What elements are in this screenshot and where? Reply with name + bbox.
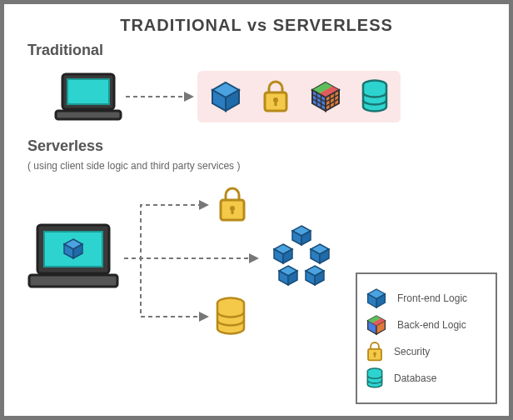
legend-label: Front-end Logic: [397, 292, 467, 304]
traditional-label: Traditional: [27, 42, 509, 59]
legend-security: Security: [366, 341, 487, 362]
legend-frontend: Front-end Logic: [366, 288, 487, 309]
diagram-frame: TRADITIONAL vs SERVERLESS Traditional: [0, 0, 513, 420]
laptop-icon: [54, 71, 122, 122]
svg-marker-33: [199, 312, 209, 322]
database-icon: [361, 79, 389, 114]
legend-box: Front-end Logic Back-end Logic Security: [356, 272, 497, 404]
serverless-subtitle: ( using client side logic and third part…: [27, 160, 509, 172]
cube-icon: [209, 80, 242, 113]
svg-rect-2: [56, 111, 121, 119]
arrow-icon: [122, 88, 197, 105]
svg-marker-31: [199, 200, 209, 210]
traditional-server-group: [197, 71, 401, 122]
svg-rect-63: [374, 354, 376, 358]
serverless-label: Serverless: [27, 138, 509, 155]
svg-rect-10: [275, 101, 277, 106]
legend-database: Database: [366, 368, 487, 389]
rubik-cube-icon: [366, 314, 387, 336]
svg-rect-1: [67, 79, 109, 104]
svg-marker-32: [249, 253, 259, 263]
lock-icon: [366, 341, 384, 362]
svg-marker-4: [184, 92, 194, 102]
branching-arrows-icon: [119, 182, 286, 340]
legend-label: Database: [394, 372, 436, 384]
svg-rect-30: [29, 275, 117, 287]
client-laptop-icon: [27, 222, 119, 290]
cube-icon: [366, 288, 387, 309]
legend-label: Back-end Logic: [397, 319, 466, 331]
lock-icon: [261, 79, 291, 114]
rubik-cube-icon: [309, 80, 342, 113]
security-lock-icon: [216, 185, 249, 223]
diagram-title: TRADITIONAL vs SERVERLESS: [4, 16, 509, 35]
svg-rect-36: [232, 209, 234, 214]
traditional-row: [54, 71, 509, 122]
database-icon: [366, 368, 384, 389]
cube-cluster-icon: [264, 225, 339, 293]
legend-label: Security: [394, 346, 430, 358]
legend-backend: Back-end Logic: [366, 314, 487, 336]
serverless-database-icon: [214, 297, 247, 338]
